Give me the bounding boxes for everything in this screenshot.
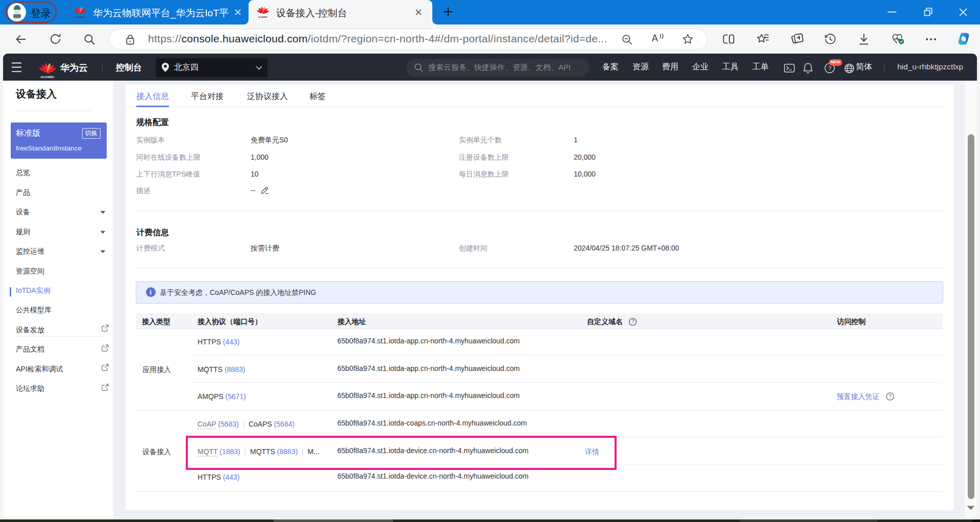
svg-text:?: ? — [889, 394, 892, 400]
svg-text:HUAWEI: HUAWEI — [258, 16, 267, 18]
svg-text:HUAWEI: HUAWEI — [76, 16, 85, 18]
svg-text:HUAWEI: HUAWEI — [41, 76, 54, 79]
svg-text:?: ? — [631, 319, 634, 325]
svg-text:?: ? — [828, 65, 831, 71]
